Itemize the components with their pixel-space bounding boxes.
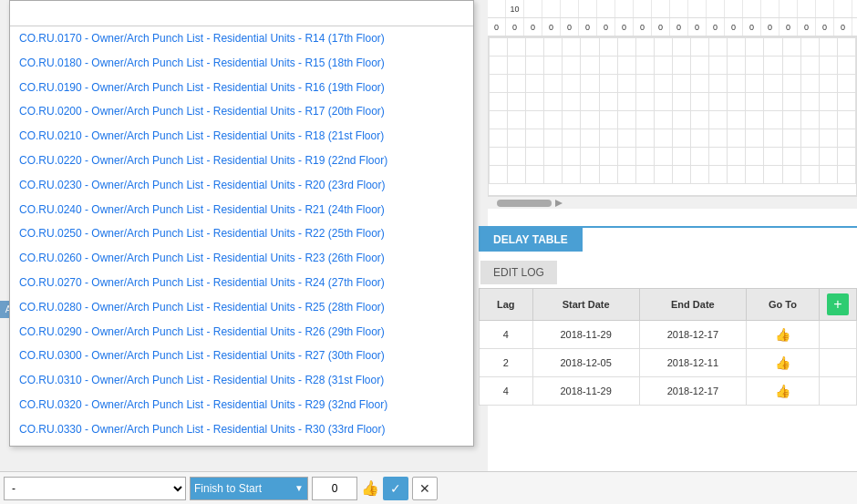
dropdown-item[interactable]: CO.RU.0240 - Owner/Arch Punch List - Res… (10, 198, 473, 222)
grid-cell (599, 93, 617, 111)
confirm-button[interactable]: ✓ (383, 477, 408, 500)
extra-cell (820, 321, 857, 349)
col-header-add[interactable]: + (820, 289, 857, 321)
dropdown-item[interactable]: CO.RU.0260 - Owner/Arch Punch List - Res… (10, 246, 473, 271)
dropdown-item[interactable]: CO.RU.0270 - Owner/Arch Punch List - Res… (10, 271, 473, 295)
cancel-button[interactable]: ✕ (412, 477, 438, 500)
dropdown-container: CO.RU.0170 - Owner/Arch Punch List - Res… (9, 0, 474, 447)
grid-num: 0 (798, 18, 816, 36)
grid-cell (526, 166, 544, 184)
grid-cell (728, 93, 746, 111)
grid-num (780, 0, 798, 17)
dropdown-list[interactable]: CO.RU.0170 - Owner/Arch Punch List - Res… (10, 26, 473, 446)
grid-cell (764, 148, 782, 166)
dependency-type-select[interactable]: Finish to Start ▼ (190, 477, 308, 500)
grid-cell (563, 75, 581, 93)
grid-cell (599, 166, 617, 184)
grid-cell (800, 57, 819, 75)
dropdown-item[interactable]: CO.RU.0170 - Owner/Arch Punch List - Res… (10, 26, 473, 51)
dependency-type-label: Finish to Start (194, 482, 262, 495)
grid-table (489, 37, 856, 184)
goto-button[interactable]: 👍 (768, 381, 798, 401)
start-date-cell: 2018-11-29 (532, 377, 639, 406)
dropdown-search-input[interactable] (10, 1, 473, 26)
dropdown-item[interactable]: CO.RU.0190 - Owner/Arch Punch List - Res… (10, 76, 473, 100)
grid-cell (800, 129, 819, 148)
horizontal-scrollbar[interactable] (488, 196, 857, 209)
grid-num (488, 0, 506, 17)
goto-cell[interactable]: 👍 (747, 377, 820, 406)
grid-cell (709, 111, 728, 129)
lag-input[interactable] (312, 477, 357, 500)
goto-button[interactable]: 👍 (768, 324, 798, 345)
grid-cell (728, 129, 746, 148)
grid-cell (800, 75, 819, 93)
grid-cell (490, 38, 508, 57)
grid-cell (563, 93, 581, 111)
dropdown-item[interactable]: CO.RU.0250 - Owner/Arch Punch List - Res… (10, 221, 473, 246)
grid-cell (691, 166, 709, 184)
grid-cell (581, 38, 599, 57)
grid-cell (837, 148, 855, 166)
grid-cell (764, 38, 782, 57)
grid-cell (764, 111, 782, 129)
goto-cell[interactable]: 👍 (747, 349, 820, 377)
grid-cell (526, 148, 544, 166)
grid-num: 0 (597, 18, 615, 36)
grid-num: 0 (688, 18, 707, 36)
grid-cell (599, 38, 617, 57)
dropdown-arrow-icon: ▼ (294, 483, 304, 493)
dropdown-item[interactable]: CO.RU.0180 - Owner/Arch Punch List - Res… (10, 51, 473, 76)
delay-table-tab-label: DELAY TABLE (493, 233, 568, 246)
goto-button[interactable]: 👍 (768, 353, 798, 373)
dropdown-item[interactable]: CO.RU.0200 - Owner/Arch Punch List - Res… (10, 99, 473, 124)
grid-cell (837, 38, 855, 57)
grid-cell (581, 129, 599, 148)
grid-cell (672, 38, 690, 57)
table-row: 42018-11-292018-12-17👍 (480, 321, 857, 349)
predecessor-select[interactable]: - (4, 477, 186, 500)
dropdown-item[interactable]: CO.RU.0290 - Owner/Arch Punch List - Res… (10, 320, 473, 345)
delay-table-tab[interactable]: DELAY TABLE (479, 228, 583, 252)
grid-cell (490, 57, 508, 75)
grid-num: 0 (652, 18, 670, 36)
grid-cell (508, 148, 526, 166)
grid-cell (508, 57, 526, 75)
grid-cell (617, 148, 635, 166)
dropdown-item[interactable]: CO.RU.0230 - Owner/Arch Punch List - Res… (10, 173, 473, 198)
thumb-up-bottom-button[interactable]: 👍 (361, 479, 379, 497)
grid-cell (654, 57, 672, 75)
grid-num: 0 (524, 18, 542, 36)
grid-num (834, 0, 852, 17)
dropdown-item[interactable]: CO.RU.0330 - Owner/Arch Punch List - Res… (10, 417, 473, 442)
edit-log-tab[interactable]: EDIT LOG (480, 261, 557, 284)
scroll-arrow-right-icon[interactable] (553, 198, 564, 209)
dropdown-item[interactable]: CO.RU.0210 - Owner/Arch Punch List - Res… (10, 124, 473, 149)
grid-cell (709, 93, 728, 111)
grid-num: 10 (506, 0, 524, 17)
dropdown-item[interactable]: CO.RU.0220 - Owner/Arch Punch List - Res… (10, 149, 473, 173)
grid-cell (654, 129, 672, 148)
grid-cell (635, 38, 654, 57)
grid-cell (635, 57, 654, 75)
grid-cell (764, 129, 782, 148)
scroll-thumb[interactable] (497, 200, 552, 207)
dropdown-item[interactable]: CO.RU.0300 - Owner/Arch Punch List - Res… (10, 344, 473, 368)
grid-cell (490, 148, 508, 166)
dropdown-item[interactable]: CO.RU.0280 - Owner/Arch Punch List - Res… (10, 295, 473, 320)
dropdown-item[interactable]: CO.RU.0340 - Owner/Arch Punch List - Res… (10, 442, 473, 446)
grid-cell (709, 148, 728, 166)
grid-cell (508, 166, 526, 184)
grid-cell (800, 148, 819, 166)
grid-cell (672, 166, 690, 184)
add-row-button[interactable]: + (827, 293, 849, 315)
grid-cell (490, 166, 508, 184)
start-date-cell: 2018-11-29 (532, 321, 639, 349)
grid-num (761, 0, 780, 17)
goto-cell[interactable]: 👍 (747, 321, 820, 349)
grid-cell (563, 38, 581, 57)
delay-data-table: Lag Start Date End Date Go To + 42018-11… (479, 288, 857, 406)
dropdown-item[interactable]: CO.RU.0310 - Owner/Arch Punch List - Res… (10, 368, 473, 393)
end-date-cell: 2018-12-17 (639, 321, 746, 349)
dropdown-item[interactable]: CO.RU.0320 - Owner/Arch Punch List - Res… (10, 393, 473, 417)
